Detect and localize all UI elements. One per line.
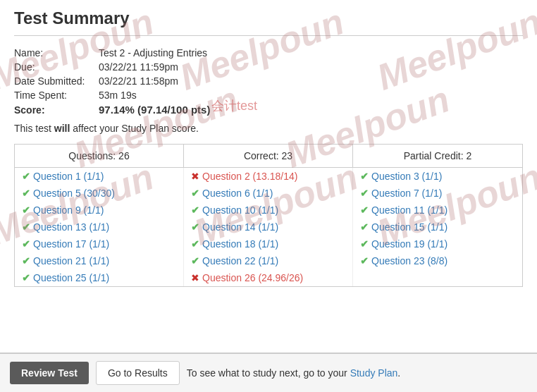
question-cell: ✔Question 21 (1/1) bbox=[15, 252, 184, 269]
bottom-note: To see what to study next, go to your St… bbox=[187, 367, 401, 379]
question-link[interactable]: Question 11 (1/1) bbox=[371, 204, 448, 216]
name-label: Name: bbox=[14, 47, 99, 59]
question-cell: ✔Question 11 (1/1) bbox=[353, 202, 522, 219]
study-plan-link[interactable]: Study Plan bbox=[350, 367, 398, 379]
partial-icon: ✖ bbox=[191, 272, 199, 283]
question-link[interactable]: Question 15 (1/1) bbox=[371, 221, 448, 233]
summary-grid: Questions: 26 Correct: 23 Partial Credit… bbox=[14, 144, 523, 287]
question-link[interactable]: Question 22 (1/1) bbox=[202, 255, 278, 267]
partial-icon: ✖ bbox=[191, 171, 199, 182]
question-cell: ✔Question 15 (1/1) bbox=[353, 219, 522, 235]
question-link[interactable]: Question 7 (1/1) bbox=[371, 188, 442, 199]
check-icon: ✔ bbox=[191, 188, 199, 199]
check-icon: ✔ bbox=[191, 221, 199, 233]
submitted-value: 03/22/21 11:58pm bbox=[99, 75, 178, 87]
score-value: 97.14% (97.14/100 pts) bbox=[99, 104, 210, 116]
question-cell: ✔Question 14 (1/1) bbox=[184, 219, 353, 235]
question-cell: ✔Question 25 (1/1) bbox=[15, 269, 184, 286]
info-row-submitted: Date Submitted: 03/22/21 11:58pm bbox=[14, 75, 523, 87]
due-value: 03/22/21 11:59pm bbox=[99, 61, 178, 73]
questions-list: ✔Question 1 (1/1)✖Question 2 (13.18/14)✔… bbox=[15, 168, 522, 286]
due-label: Due: bbox=[14, 61, 99, 73]
main-content: Meelpoun Meelpoun Meelpoun Meelpoun Meel… bbox=[0, 0, 537, 353]
question-link[interactable]: Question 19 (1/1) bbox=[371, 238, 448, 250]
time-label: Time Spent: bbox=[14, 90, 99, 101]
question-cell: ✖Question 2 (13.18/14) bbox=[184, 168, 353, 185]
question-cell: ✔Question 3 (1/1) bbox=[353, 168, 522, 185]
question-link[interactable]: Question 23 (8/8) bbox=[371, 255, 448, 267]
check-icon: ✔ bbox=[360, 204, 369, 216]
col1-header: Questions: 26 bbox=[15, 145, 184, 167]
question-cell: ✖Question 26 (24.96/26) bbox=[184, 269, 353, 286]
question-cell: ✔Question 6 (1/1) bbox=[184, 185, 353, 202]
question-cell: ✔Question 22 (1/1) bbox=[184, 252, 353, 269]
question-link[interactable]: Question 1 (1/1) bbox=[33, 171, 104, 182]
question-link[interactable]: Question 25 (1/1) bbox=[33, 272, 109, 283]
question-link[interactable]: Question 18 (1/1) bbox=[202, 238, 278, 250]
question-link[interactable]: Question 26 (24.96/26) bbox=[202, 272, 303, 283]
check-icon: ✔ bbox=[22, 221, 30, 233]
check-icon: ✔ bbox=[22, 188, 30, 199]
check-icon: ✔ bbox=[360, 255, 369, 267]
question-cell: ✔Question 13 (1/1) bbox=[15, 219, 184, 235]
question-cell: ✔Question 1 (1/1) bbox=[15, 168, 184, 185]
question-link[interactable]: Question 13 (1/1) bbox=[33, 221, 109, 233]
question-cell: ✔Question 7 (1/1) bbox=[353, 185, 522, 202]
check-icon: ✔ bbox=[22, 204, 30, 216]
question-cell: ✔Question 17 (1/1) bbox=[15, 235, 184, 252]
check-icon: ✔ bbox=[360, 238, 369, 250]
review-test-button[interactable]: Review Test bbox=[10, 362, 89, 384]
score-note: This test will affect your Study Plan sc… bbox=[14, 123, 523, 134]
question-cell: ✔Question 19 (1/1) bbox=[353, 235, 522, 252]
question-link[interactable]: Question 10 (1/1) bbox=[202, 204, 278, 216]
question-cell: ✔Question 5 (30/30) bbox=[15, 185, 184, 202]
go-to-results-button[interactable]: Go to Results bbox=[96, 361, 180, 385]
check-icon: ✔ bbox=[191, 204, 199, 216]
question-link[interactable]: Question 3 (1/1) bbox=[371, 171, 442, 182]
question-link[interactable]: Question 17 (1/1) bbox=[33, 238, 109, 250]
question-cell: ✔Question 9 (1/1) bbox=[15, 202, 184, 219]
question-cell bbox=[353, 269, 522, 286]
check-icon: ✔ bbox=[360, 221, 369, 233]
bottom-bar: Review Test Go to Results To see what to… bbox=[0, 353, 537, 392]
question-link[interactable]: Question 14 (1/1) bbox=[202, 221, 278, 233]
check-icon: ✔ bbox=[22, 171, 30, 182]
col3-header: Partial Credit: 2 bbox=[353, 145, 522, 167]
col2-header: Correct: 23 bbox=[184, 145, 353, 167]
question-cell: ✔Question 23 (8/8) bbox=[353, 252, 522, 269]
info-table: Name: Test 2 - Adjusting Entries Due: 03… bbox=[14, 47, 523, 116]
check-icon: ✔ bbox=[360, 171, 369, 182]
info-row-due: Due: 03/22/21 11:59pm bbox=[14, 61, 523, 73]
check-icon: ✔ bbox=[360, 188, 369, 199]
page-title: Test Summary bbox=[14, 8, 523, 36]
check-icon: ✔ bbox=[191, 238, 199, 250]
question-link[interactable]: Question 21 (1/1) bbox=[33, 255, 109, 267]
question-link[interactable]: Question 5 (30/30) bbox=[33, 188, 115, 199]
check-icon: ✔ bbox=[191, 255, 199, 267]
question-link[interactable]: Question 2 (13.18/14) bbox=[202, 171, 297, 182]
score-label: Score: bbox=[14, 104, 99, 116]
question-cell: ✔Question 18 (1/1) bbox=[184, 235, 353, 252]
info-row-score: Score: 97.14% (97.14/100 pts) bbox=[14, 104, 523, 116]
check-icon: ✔ bbox=[22, 255, 30, 267]
time-value: 53m 19s bbox=[99, 90, 137, 101]
check-icon: ✔ bbox=[22, 272, 30, 283]
check-icon: ✔ bbox=[22, 238, 30, 250]
question-cell: ✔Question 10 (1/1) bbox=[184, 202, 353, 219]
info-row-name: Name: Test 2 - Adjusting Entries bbox=[14, 47, 523, 59]
name-value: Test 2 - Adjusting Entries bbox=[99, 47, 207, 59]
question-link[interactable]: Question 9 (1/1) bbox=[33, 204, 104, 216]
info-row-time: Time Spent: 53m 19s bbox=[14, 90, 523, 101]
summary-header-row: Questions: 26 Correct: 23 Partial Credit… bbox=[15, 145, 522, 168]
submitted-label: Date Submitted: bbox=[14, 75, 99, 87]
question-link[interactable]: Question 6 (1/1) bbox=[202, 188, 273, 199]
